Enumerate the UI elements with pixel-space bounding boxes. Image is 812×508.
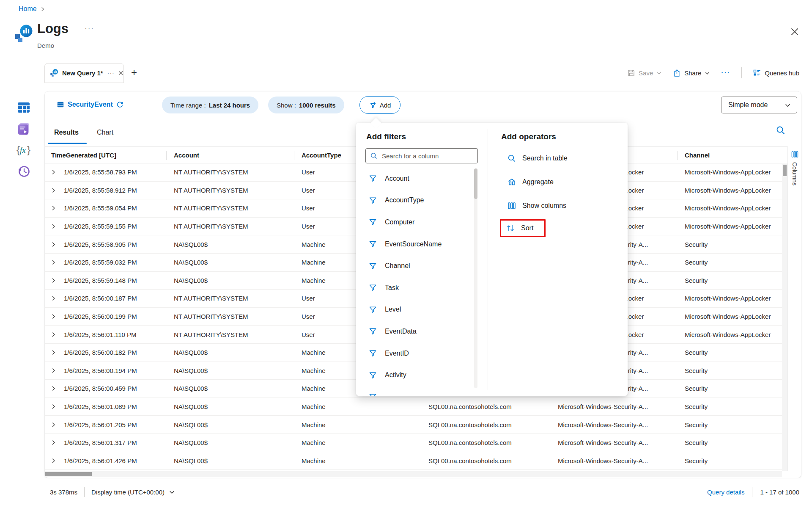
row-expander-chevron-icon[interactable]: [51, 254, 60, 271]
show-results-pill[interactable]: Show : 1000 results: [268, 97, 344, 113]
filter-item[interactable]: Computer: [356, 211, 473, 233]
operator-item-aggregate[interactable]: Aggregate: [501, 172, 560, 192]
mode-select[interactable]: Simple mode: [721, 97, 797, 113]
save-button[interactable]: Save: [627, 69, 662, 77]
new-tab-plus-icon[interactable]: +: [128, 66, 140, 78]
filter-item[interactable]: EventID: [356, 342, 473, 364]
svg-text:fx: fx: [20, 146, 26, 155]
row-expander-chevron-icon[interactable]: [51, 416, 60, 433]
tab-results[interactable]: Results: [54, 129, 79, 136]
close-icon[interactable]: [789, 26, 800, 37]
vertical-scrollbar-thumb[interactable]: [783, 165, 787, 176]
cell-computer: SQL00.na.contosohotels.com: [428, 416, 512, 433]
add-operators-title: Add operators: [501, 132, 556, 141]
row-expander-chevron-icon[interactable]: [51, 163, 60, 181]
query-tab-close-icon[interactable]: [118, 70, 123, 76]
row-expander-chevron-icon[interactable]: [51, 398, 60, 416]
functions-nav-icon[interactable]: {fx}: [16, 142, 31, 157]
operator-item-search[interactable]: Search in table: [501, 148, 574, 168]
row-expander-chevron-icon[interactable]: [51, 380, 60, 398]
row-expander-chevron-icon[interactable]: [51, 452, 60, 470]
cell-channel: Microsoft-Windows-AppLocker: [685, 308, 772, 326]
left-nav: {fx}: [16, 100, 31, 179]
column-separator: [294, 151, 294, 160]
example-queries-nav-icon[interactable]: [16, 121, 31, 136]
cell-account: NT AUTHORITY\SYSTEM: [174, 182, 248, 199]
table-row[interactable]: 1/6/2025, 8:56:01.426 PMNA\SQL00$Machine…: [45, 452, 787, 470]
share-icon: [673, 69, 681, 77]
filter-list-scrollbar-thumb[interactable]: [474, 168, 477, 199]
table-row[interactable]: 1/6/2025, 8:56:01.205 PMNA\SQL00$Machine…: [45, 416, 787, 434]
vertical-scrollbar[interactable]: [782, 164, 787, 471]
save-label: Save: [639, 69, 653, 77]
cell-eventsourcename: Microsoft-Windows-Security-A...: [558, 452, 648, 470]
query-details-link[interactable]: Query details: [707, 489, 744, 496]
filter-funnel-icon: [369, 327, 377, 335]
filter-item[interactable]: Account: [356, 168, 473, 190]
search-input[interactable]: [381, 152, 474, 160]
tab-chart[interactable]: Chart: [97, 129, 113, 136]
display-time-dropdown[interactable]: Display time (UTC+00:00): [91, 489, 175, 496]
table-selector[interactable]: SecurityEvent: [57, 101, 123, 108]
breadcrumb: Home: [19, 5, 45, 13]
cell-account: NA\SQL00$: [174, 344, 208, 362]
queries-hub-button[interactable]: Queries hub: [753, 69, 799, 77]
row-expander-chevron-icon[interactable]: [51, 434, 60, 452]
refresh-icon[interactable]: [116, 101, 123, 108]
column-header[interactable]: AccountType: [302, 147, 341, 163]
filter-item[interactable]: EventData: [356, 320, 473, 342]
cell-channel: Security: [685, 434, 772, 452]
row-expander-chevron-icon[interactable]: [51, 199, 60, 217]
tables-nav-icon[interactable]: [16, 100, 31, 115]
filter-list-scrollbar[interactable]: [474, 168, 477, 388]
tab-new-query[interactable]: New Query 1* ···: [44, 63, 124, 83]
cell-accounttype: User: [302, 326, 315, 343]
filter-item-label: EventSourceName: [385, 240, 442, 248]
horizontal-scrollbar-thumb[interactable]: [45, 472, 92, 476]
row-expander-chevron-icon[interactable]: [51, 308, 60, 326]
filter-item[interactable]: Channel: [356, 255, 473, 277]
share-button[interactable]: Share: [673, 69, 710, 77]
operator-item-show-columns[interactable]: Show columns: [501, 196, 573, 216]
horizontal-scrollbar[interactable]: [45, 471, 782, 477]
column-header[interactable]: Channel: [685, 147, 710, 163]
cell-accounttype: Machine: [302, 398, 326, 416]
cell-accounttype: Machine: [302, 272, 326, 290]
row-expander-chevron-icon[interactable]: [51, 235, 60, 253]
table-row[interactable]: 1/6/2025, 8:56:01.317 PMNA\SQL00$Machine…: [45, 434, 787, 452]
row-expander-chevron-icon[interactable]: [51, 182, 60, 199]
filter-item-label: Activity: [385, 371, 406, 379]
page-title-more-button[interactable]: ···: [85, 25, 94, 33]
cell-timegenerated: 1/6/2025, 8:56:00.459 PM: [64, 380, 137, 398]
column-header[interactable]: Account: [174, 147, 199, 163]
row-expander-chevron-icon[interactable]: [51, 344, 60, 362]
cell-accounttype: User: [302, 218, 315, 235]
cell-account: NA\SQL00$: [174, 398, 208, 416]
column-search-box[interactable]: [365, 148, 478, 163]
column-header[interactable]: TimeGenerated [UTC]: [51, 147, 116, 163]
row-expander-chevron-icon[interactable]: [51, 218, 60, 235]
table-row[interactable]: 1/6/2025, 8:56:01.089 PMNA\SQL00$Machine…: [45, 398, 787, 416]
filter-item-label: Channel: [385, 262, 410, 270]
query-history-nav-icon[interactable]: [16, 163, 31, 179]
time-range-pill[interactable]: Time range : Last 24 hours: [162, 97, 258, 113]
operator-item-sort[interactable]: Sort: [500, 219, 546, 237]
filter-item-partial[interactable]: [356, 386, 473, 396]
columns-panel-tab[interactable]: Columns: [787, 146, 801, 471]
row-expander-chevron-icon[interactable]: [51, 272, 60, 290]
filter-item[interactable]: Task: [356, 277, 473, 299]
filter-item[interactable]: EventSourceName: [356, 233, 473, 255]
filter-item[interactable]: AccountType: [356, 190, 473, 212]
add-filter-button[interactable]: Add: [359, 96, 401, 114]
filter-item[interactable]: Level: [356, 299, 473, 321]
search-results-icon[interactable]: [776, 125, 786, 135]
filter-item[interactable]: Activity: [356, 364, 473, 386]
breadcrumb-chevron-icon: [40, 7, 45, 11]
row-expander-chevron-icon[interactable]: [51, 362, 60, 380]
row-expander-chevron-icon[interactable]: [51, 326, 60, 343]
breadcrumb-home-link[interactable]: Home: [19, 5, 37, 13]
toolbar-more-button[interactable]: ···: [721, 69, 730, 77]
query-tab-more-button[interactable]: ···: [107, 70, 115, 77]
row-expander-chevron-icon[interactable]: [51, 290, 60, 307]
toolbar-divider: [741, 67, 742, 78]
